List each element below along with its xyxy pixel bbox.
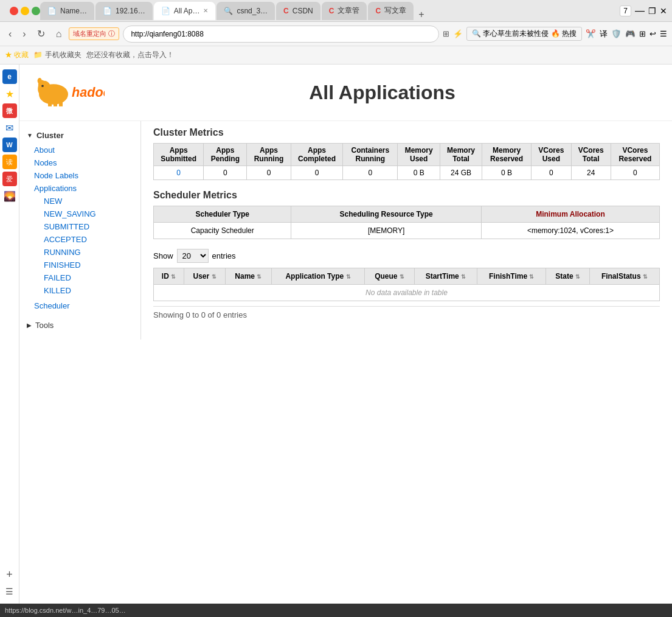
- status-bar: https://blog.csdn.net/w…in_4…79…05…: [0, 604, 672, 617]
- home-button[interactable]: ⌂: [52, 26, 66, 42]
- val-scheduler-type: Capacity Scheduler: [154, 223, 291, 239]
- col-name[interactable]: Name ⇅: [226, 268, 272, 285]
- tab-2-label: 192.16…: [116, 7, 145, 15]
- tab-3-close[interactable]: ✕: [203, 7, 208, 14]
- cut-button[interactable]: ✂️: [586, 29, 596, 38]
- cluster-label: Cluster: [36, 131, 64, 140]
- sidebar-item-failed[interactable]: FAILED: [39, 271, 140, 284]
- col-apps-submitted: Apps Submitted: [154, 144, 204, 166]
- forward-button[interactable]: ›: [19, 26, 29, 42]
- address-bar: ‹ › ↻ ⌂ 域名重定向 ⓘ ⊞ ⚡ 🔍 李心草生前未被性侵 🔥 热搜 ✂️ …: [0, 22, 672, 46]
- val-apps-running: 0: [247, 166, 291, 180]
- tab-3-active[interactable]: 📄 All Ap… ✕: [154, 2, 216, 20]
- sidebar-item-submitted[interactable]: SUBMITTED: [39, 220, 140, 233]
- col-application-type[interactable]: Application Type ⇅: [271, 268, 365, 285]
- address-input[interactable]: [123, 26, 439, 43]
- sidebar-item-running[interactable]: RUNNING: [39, 246, 140, 259]
- val-memory-used: 0 B: [398, 166, 440, 180]
- word-icon[interactable]: W: [2, 138, 17, 152]
- mail-icon[interactable]: ✉: [2, 120, 17, 135]
- cluster-toggle[interactable]: ▼ Cluster: [19, 127, 140, 144]
- maximize-button[interactable]: [32, 7, 40, 15]
- undo-button[interactable]: ↩: [649, 29, 656, 38]
- tab-1[interactable]: 📄 Name…: [40, 2, 94, 20]
- col-start-time[interactable]: StartTime ⇅: [414, 268, 477, 285]
- tab-7[interactable]: C 写文章: [368, 2, 414, 20]
- tab-1-label: Name…: [60, 7, 87, 15]
- close-button[interactable]: [10, 7, 18, 15]
- val-min-allocation: <memory:1024, vCores:1>: [481, 223, 659, 239]
- sidebar-item-nodes[interactable]: Nodes: [29, 156, 140, 169]
- grid-button[interactable]: ⊞: [639, 29, 646, 38]
- sidebar-item-accepted[interactable]: ACCEPTED: [39, 233, 140, 246]
- col-user[interactable]: User ⇅: [184, 268, 225, 285]
- apps-submitted-link[interactable]: 0: [176, 169, 181, 177]
- tab-2[interactable]: 📄 192.16…: [95, 2, 153, 20]
- window-close[interactable]: ✕: [660, 5, 667, 16]
- sidebar-item-new-saving[interactable]: NEW_SAVING: [39, 207, 140, 220]
- tab-5[interactable]: C CSDN: [276, 2, 320, 20]
- menu-button[interactable]: ☰: [660, 29, 667, 38]
- id-sort-icon: ⇅: [171, 274, 176, 280]
- tab-4-label: csnd_3…: [237, 7, 268, 15]
- sidebar-item-applications[interactable]: Applications: [29, 182, 140, 195]
- sidebar-item-new[interactable]: NEW: [39, 195, 140, 207]
- tools-label: Tools: [35, 321, 54, 330]
- lightning-icon: ⚡: [453, 29, 463, 38]
- content-area: Cluster Metrics Apps Submitted Apps Pend…: [141, 121, 672, 340]
- photo-icon[interactable]: 🌄: [2, 189, 17, 203]
- list-icon[interactable]: ☰: [2, 584, 17, 599]
- tab-3-icon: 📄: [161, 7, 170, 15]
- tab-3-label: All Ap…: [174, 7, 200, 15]
- sidebar-item-killed[interactable]: KILLED: [39, 284, 140, 297]
- col-state[interactable]: State ⇅: [546, 268, 589, 285]
- col-final-status[interactable]: FinalStatus ⇅: [589, 268, 659, 285]
- window-minimize[interactable]: —: [635, 5, 645, 16]
- tab-5-icon: C: [283, 7, 289, 15]
- tab-6[interactable]: C 文章管: [322, 2, 367, 20]
- new-tab-button[interactable]: +: [415, 9, 428, 20]
- sidebar-nav: About Nodes Node Labels Applications NEW…: [19, 144, 140, 312]
- weibo-icon[interactable]: 微: [2, 103, 17, 118]
- window-restore[interactable]: ❐: [648, 5, 656, 16]
- minimize-button[interactable]: [21, 7, 29, 15]
- col-vcores-reserved: VCores Reserved: [611, 144, 659, 166]
- back-button[interactable]: ‹: [5, 26, 15, 42]
- val-apps-pending: 0: [204, 166, 247, 180]
- show-entries-select[interactable]: 20 50 100: [177, 249, 209, 263]
- finish-sort-icon: ⇅: [529, 274, 534, 280]
- val-memory-total: 24 GB: [440, 166, 482, 180]
- shield-button[interactable]: 🛡️: [611, 29, 622, 38]
- tab-1-icon: 📄: [47, 7, 57, 15]
- app-icon-1[interactable]: 爱: [2, 172, 17, 186]
- col-queue[interactable]: Queue ⇅: [365, 268, 414, 285]
- tab-4[interactable]: 🔍 csnd_3…: [216, 2, 275, 20]
- col-finish-time[interactable]: FinishTime ⇅: [477, 268, 546, 285]
- book-icon[interactable]: 读: [2, 155, 17, 169]
- bookmark-bar: ★ 收藏 📁 手机收藏夹 您还没有收藏，点击导入！: [0, 46, 672, 64]
- sidebar-item-finished[interactable]: FINISHED: [39, 259, 140, 271]
- tools-toggle[interactable]: ▶ Tools: [19, 317, 140, 333]
- translate-button[interactable]: 译: [600, 29, 608, 40]
- tab-6-label: 文章管: [338, 5, 359, 16]
- sidebar-item-about[interactable]: About: [29, 144, 140, 156]
- reload-button[interactable]: ↻: [33, 26, 49, 42]
- hadoop-logo: hadoop: [32, 74, 105, 111]
- tools-arrow-icon: ▶: [27, 322, 32, 329]
- col-id[interactable]: ID ⇅: [154, 268, 184, 285]
- add-icon[interactable]: +: [2, 567, 17, 582]
- entries-label: entries: [212, 251, 236, 260]
- favorites-icon[interactable]: ★: [2, 86, 17, 101]
- sidebar-item-scheduler[interactable]: Scheduler: [29, 299, 140, 312]
- svg-rect-4: [54, 100, 57, 106]
- sidebar-item-node-labels[interactable]: Node Labels: [29, 169, 140, 182]
- tab-6-icon: C: [329, 7, 334, 15]
- sidebar-submenu-apps: NEW NEW_SAVING SUBMITTED ACCEPTED RUNNIN…: [29, 195, 140, 297]
- game-button[interactable]: 🎮: [625, 29, 636, 38]
- col-scheduler-type: Scheduler Type: [154, 206, 291, 223]
- col-apps-completed: Apps Completed: [291, 144, 343, 166]
- applications-table: ID ⇅ User ⇅ Name ⇅ Application Type ⇅ Qu…: [153, 268, 660, 301]
- val-apps-submitted: 0: [154, 166, 204, 180]
- tab-bar: 📄 Name… 📄 192.16… 📄 All Ap… ✕ 🔍 csnd_3… …: [40, 2, 620, 20]
- hadoop-header: hadoop All Applications: [19, 64, 672, 121]
